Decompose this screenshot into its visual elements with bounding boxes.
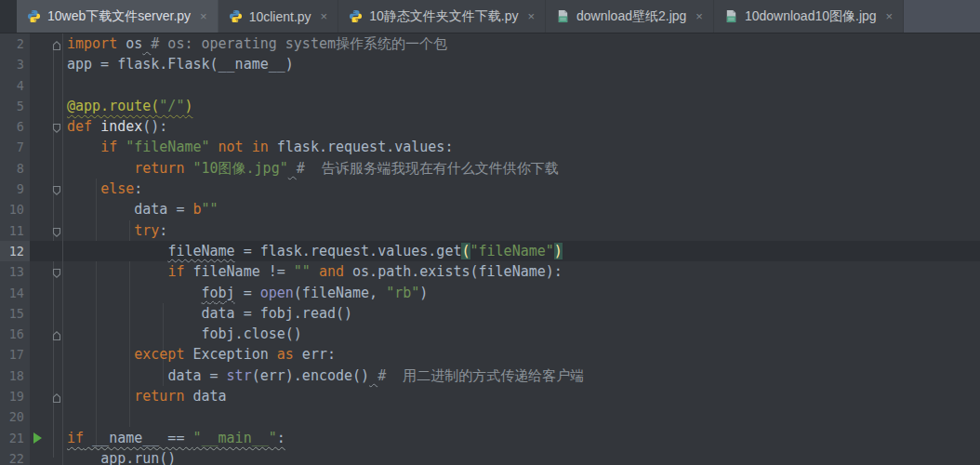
code-line[interactable]: 14 fobj = open(fileName, "rb") (0, 283, 980, 303)
tab-close-icon[interactable]: × (695, 10, 703, 22)
code-segment-tx: : (277, 430, 285, 446)
code-segment-kw: not (219, 139, 244, 155)
fold-down-icon[interactable] (50, 224, 63, 237)
code-segment-kw: else (100, 180, 134, 197)
gutter-cell (30, 220, 63, 241)
code-line[interactable]: 5@app.route("/") (0, 96, 980, 116)
tab-2[interactable]: 10client.py× (219, 0, 339, 33)
code-segment-cm: # 用二进制的方式传递给客户端 (377, 367, 584, 384)
line-number[interactable]: 11 (0, 220, 30, 241)
code-segment-tx (117, 139, 126, 155)
line-number[interactable]: 15 (0, 303, 30, 324)
line-number[interactable]: 9 (0, 179, 30, 199)
line-number[interactable]: 3 (0, 54, 30, 74)
code-segment-tx: fobj.close() (202, 326, 302, 342)
code-text: return "10图像.jpg" # 告诉服务端我现在有什么文件供你下载 (63, 158, 559, 179)
code-editor[interactable]: 2import os # os: operating system操作系统的一个… (0, 33, 980, 465)
code-segment-tx (210, 139, 219, 155)
line-number[interactable]: 22 (0, 448, 30, 465)
code-segment-tx: os.path.exists(fileName): (344, 263, 563, 280)
tab-3[interactable]: 10静态文件夹文件下载.py× (338, 0, 546, 33)
tab-1[interactable]: 10web下载文件server.py× (17, 0, 219, 33)
code-line[interactable]: 19 return data (0, 386, 980, 406)
code-line[interactable]: 13 if fileName != "" and os.path.exists(… (0, 261, 980, 282)
fold-down-icon[interactable] (50, 265, 63, 278)
code-line[interactable]: 17 except Exception as err: (0, 344, 980, 365)
line-number[interactable]: 20 (0, 406, 30, 427)
tab-close-icon[interactable]: × (321, 10, 328, 22)
tab-5[interactable]: 10download10图像.jpg× (714, 0, 904, 33)
fold-down-icon[interactable] (50, 182, 63, 195)
code-segment-st: "10图像.jpg" (192, 160, 287, 177)
code-text: fobj = open(fileName, "rb") (63, 283, 428, 303)
code-line[interactable]: 20 (0, 406, 980, 427)
line-number[interactable]: 13 (0, 261, 30, 282)
code-line[interactable]: 22 app.run() (0, 448, 980, 465)
tab-close-icon[interactable]: × (886, 10, 894, 22)
line-number[interactable]: 16 (0, 324, 30, 344)
gutter-cell (30, 428, 63, 448)
code-text: @app.route("/") (63, 96, 192, 116)
code-line[interactable]: 7 if "fileName" not in flask.request.val… (0, 137, 980, 157)
code-line[interactable]: 10 data = b"" (0, 199, 980, 219)
code-segment-sq (369, 367, 377, 384)
code-line[interactable]: 21if __name__ == "__main__": (0, 428, 980, 448)
line-number[interactable]: 5 (0, 96, 30, 116)
code-line[interactable]: 9 else: (0, 179, 980, 199)
code-segment-un: fobj (202, 285, 235, 301)
line-number[interactable]: 4 (0, 75, 30, 96)
code-line[interactable]: 15 data = fobj.read() (0, 303, 980, 324)
line-number[interactable]: 17 (0, 344, 30, 365)
code-text: if __name__ == "__main__": (63, 428, 285, 448)
gutter-cell (30, 448, 63, 465)
code-segment-tx: data = fobj.read() (202, 305, 353, 322)
line-number[interactable]: 10 (0, 199, 30, 219)
code-text: if fileName != "" and os.path.exists(fil… (63, 261, 563, 282)
line-number[interactable]: 21 (0, 428, 30, 448)
code-line[interactable]: 8 return "10图像.jpg" # 告诉服务端我现在有什么文件供你下载 (0, 158, 980, 179)
code-segment-tx: err: (294, 346, 336, 363)
line-number[interactable]: 18 (0, 365, 30, 386)
gutter-cell (30, 406, 63, 427)
code-segment-kw: in (252, 139, 269, 155)
line-number[interactable]: 2 (0, 33, 30, 54)
gutter-cell (30, 137, 63, 157)
fold-up-icon[interactable] (50, 37, 63, 50)
tab-4[interactable]: download壁纸2.jpg× (546, 0, 714, 33)
code-line[interactable]: 12 fileName = flask.request.values.get("… (0, 241, 980, 261)
fold-down-icon[interactable] (50, 120, 63, 133)
code-segment-tx: : (159, 222, 167, 239)
code-line[interactable]: 6def index(): (0, 116, 980, 137)
gutter-cell (30, 283, 63, 303)
line-number[interactable]: 6 (0, 116, 30, 137)
line-number[interactable]: 8 (0, 158, 30, 179)
line-number[interactable]: 7 (0, 137, 30, 157)
fold-up-icon[interactable] (50, 390, 63, 403)
line-number[interactable]: 14 (0, 283, 30, 303)
fold-up-icon[interactable] (50, 327, 63, 340)
code-segment-st: "rb" (386, 285, 419, 301)
code-line[interactable]: 3app = flask.Flask(__name__) (0, 54, 980, 74)
tab-close-icon[interactable]: × (200, 10, 207, 22)
line-number[interactable]: 12 (0, 241, 30, 261)
code-segment-tx: app = flask.Flask(__name__) (67, 56, 294, 73)
code-line[interactable]: 16 fobj.close() (0, 324, 980, 344)
code-text: app = flask.Flask(__name__) (63, 54, 294, 74)
code-line[interactable]: 4 (0, 75, 980, 96)
code-segment-br: ) (554, 243, 563, 259)
gutter-cell (30, 75, 63, 96)
run-icon[interactable] (33, 432, 42, 444)
gutter-cell (30, 54, 63, 74)
code-line[interactable]: 11 try: (0, 220, 980, 241)
tab-close-icon[interactable]: × (527, 10, 535, 22)
python-icon (229, 9, 243, 23)
gutter-cell (30, 158, 63, 179)
code-text: else: (63, 179, 142, 199)
line-number[interactable]: 19 (0, 386, 30, 406)
code-segment-kw: and (319, 263, 344, 280)
code-line[interactable]: 18 data = str(err).encode() # 用二进制的方式传递给… (0, 365, 980, 386)
tab-label: 10download10图像.jpg (745, 8, 877, 25)
code-segment-kw: def (67, 118, 92, 135)
code-segment-tx: fileName != (184, 263, 293, 280)
code-line[interactable]: 2import os # os: operating system操作系统的一个… (0, 33, 980, 54)
